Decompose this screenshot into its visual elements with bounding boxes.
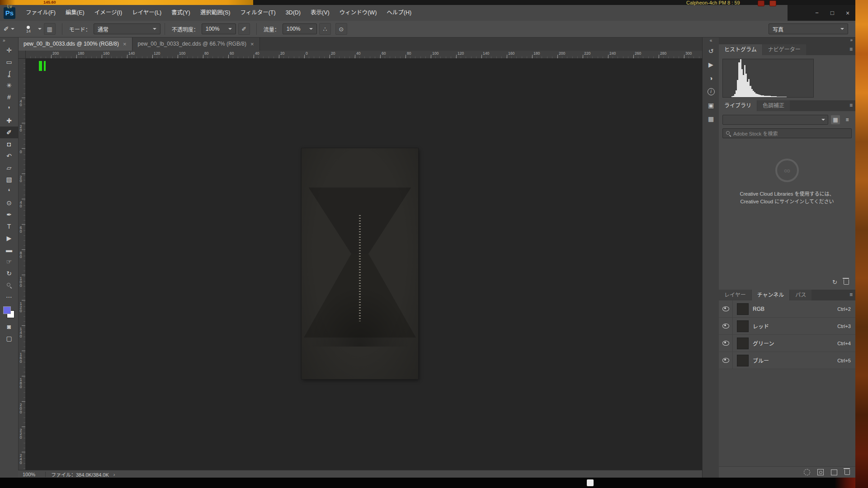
visibility-cell[interactable]	[719, 352, 733, 369]
panel-tab[interactable]: チャンネル	[752, 290, 790, 300]
menu-item[interactable]: レイヤー(L)	[127, 5, 166, 21]
clone-source-panel-icon[interactable]: ▣	[703, 99, 719, 112]
menu-item[interactable]: フィルター(T)	[235, 5, 280, 21]
status-options-chevron[interactable]: ›	[113, 472, 115, 477]
crop-tool[interactable]: #	[0, 91, 18, 103]
chevron-down-icon[interactable]	[38, 28, 42, 30]
list-view-icon[interactable]: ≡	[843, 115, 852, 124]
ruler-label: 180	[19, 377, 23, 388]
taskbar-app-icon[interactable]	[587, 479, 594, 486]
panel-menu-icon[interactable]: ≡	[849, 46, 853, 52]
info-panel-icon[interactable]: i	[703, 85, 719, 99]
pen-tool[interactable]: ✒	[0, 209, 18, 221]
panels-collapse-icon[interactable]: »	[850, 38, 853, 42]
flow-select[interactable]: 100%	[283, 23, 317, 34]
new-channel-icon[interactable]	[831, 469, 837, 475]
panel-tab[interactable]: ライブラリ	[719, 100, 757, 111]
panel-tab[interactable]: パス	[790, 290, 811, 300]
chevron-down-icon	[11, 28, 14, 30]
history-panel-icon[interactable]: ↺	[703, 44, 719, 58]
trash-icon[interactable]	[844, 279, 849, 285]
type-tool[interactable]: T	[0, 221, 18, 232]
menu-item[interactable]: 編集(E)	[61, 5, 90, 21]
lasso-tool[interactable]: ʆ	[0, 68, 18, 80]
toolbar-collapse-icon[interactable]: »	[0, 37, 18, 44]
adjustments-panel-icon[interactable]: ◑	[703, 71, 719, 85]
menu-item[interactable]: 表示(V)	[306, 5, 335, 21]
ruler-label: 20	[19, 124, 23, 131]
brush-preset-picker[interactable]: 14	[21, 25, 36, 33]
zoom-level-field[interactable]: 100%	[18, 472, 45, 477]
sync-icon[interactable]: ↻	[832, 279, 837, 286]
ruler-label: 120	[154, 51, 160, 56]
panel-menu-icon[interactable]: ≡	[849, 291, 853, 298]
quick-selection-tool[interactable]: ✳	[0, 80, 18, 91]
document-tab[interactable]: pew_00_lb_0033_dec.dds @ 66.7% (RGB/8)×	[132, 37, 260, 51]
channel-row[interactable]: レッドCtrl+3	[719, 318, 855, 335]
move-tool[interactable]: ✛	[0, 44, 18, 56]
delete-channel-icon[interactable]	[844, 469, 850, 475]
edit-toolbar-icon[interactable]: ⋯	[0, 291, 18, 303]
minimize-button[interactable]: −	[809, 5, 825, 21]
actions-panel-icon[interactable]: ▶	[703, 58, 719, 71]
panel-tab[interactable]: レイヤー	[719, 290, 751, 300]
3d-panel-icon[interactable]: ▦	[703, 112, 719, 126]
blend-mode-select[interactable]: 通常	[94, 23, 160, 34]
history-brush-tool[interactable]: ↶	[0, 150, 18, 162]
color-swatches[interactable]	[0, 305, 18, 321]
menu-item[interactable]: 選択範囲(S)	[195, 5, 236, 21]
channel-row[interactable]: ブルーCtrl+5	[719, 352, 855, 369]
panel-menu-icon[interactable]: ≡	[849, 102, 853, 108]
save-selection-icon[interactable]	[817, 469, 824, 475]
eyedropper-tool[interactable]: ❜	[0, 103, 18, 115]
visibility-cell[interactable]	[719, 300, 733, 317]
hand-tool[interactable]: ☞	[0, 256, 18, 267]
current-tool-chip[interactable]: ✐	[4, 25, 14, 33]
eraser-tool[interactable]: ▱	[0, 162, 18, 174]
menu-item[interactable]: ウィンドウ(W)	[335, 5, 382, 21]
menu-item[interactable]: 書式(Y)	[166, 5, 195, 21]
tab-close-icon[interactable]: ×	[250, 41, 254, 47]
menu-item[interactable]: イメージ(I)	[90, 5, 127, 21]
load-selection-icon[interactable]	[804, 469, 810, 475]
library-select[interactable]	[722, 115, 828, 125]
brush-tool[interactable]: ✐	[0, 127, 18, 138]
opacity-pressure-toggle-icon[interactable]: ✐	[238, 23, 250, 35]
workspace-select[interactable]: 写真	[769, 23, 848, 34]
panel-tab[interactable]: ナビゲーター	[763, 44, 806, 55]
screen-mode-icon[interactable]: ▢	[0, 333, 18, 344]
path-selection-tool[interactable]: ▶	[0, 232, 18, 244]
blur-tool[interactable]: ❛	[0, 185, 18, 197]
grid-view-icon[interactable]: ▦	[831, 115, 840, 124]
menu-item[interactable]: ヘルプ(H)	[382, 5, 416, 21]
dodge-tool[interactable]: ⊙	[0, 197, 18, 209]
airbrush-toggle-icon[interactable]: ∴	[319, 23, 331, 35]
clone-stamp-tool[interactable]: ◘	[0, 138, 18, 150]
maximize-button[interactable]: □	[825, 5, 840, 21]
healing-brush-tool[interactable]: ✚	[0, 115, 18, 127]
channel-row[interactable]: グリーンCtrl+4	[719, 335, 855, 352]
panel-tab[interactable]: ヒストグラム	[719, 44, 762, 55]
zoom-tool[interactable]	[0, 279, 18, 291]
document-tab[interactable]: pew_00_lb_0033.dds @ 100% (RGB/8)×	[18, 37, 132, 51]
brush-panel-toggle-icon[interactable]: ▥	[44, 23, 56, 35]
quick-mask-icon[interactable]: ◙	[0, 321, 18, 333]
gradient-tool[interactable]: ▧	[0, 174, 18, 185]
marquee-tool[interactable]: ▭	[0, 56, 18, 68]
foreground-color-swatch[interactable]	[3, 306, 11, 314]
visibility-cell[interactable]	[719, 318, 733, 334]
ruler-label: 40	[255, 51, 259, 56]
menu-item[interactable]: 3D(D)	[281, 5, 306, 21]
opacity-select[interactable]: 100%	[202, 23, 236, 34]
visibility-cell[interactable]	[719, 335, 733, 352]
shape-tool[interactable]: ▬	[0, 244, 18, 256]
close-button[interactable]: ×	[840, 5, 855, 21]
menu-item[interactable]: ファイル(F)	[21, 5, 61, 21]
library-search-input[interactable]: Adobe Stock を検索	[722, 128, 852, 138]
channel-row[interactable]: RGBCtrl+2	[719, 300, 855, 318]
tab-close-icon[interactable]: ×	[123, 41, 127, 47]
panel-tab[interactable]: 色調補正	[757, 100, 790, 111]
dock-expand-icon[interactable]: «	[703, 37, 719, 44]
size-pressure-toggle-icon[interactable]: ⊙	[335, 23, 347, 35]
rotate-view-tool[interactable]: ↻	[0, 267, 18, 279]
